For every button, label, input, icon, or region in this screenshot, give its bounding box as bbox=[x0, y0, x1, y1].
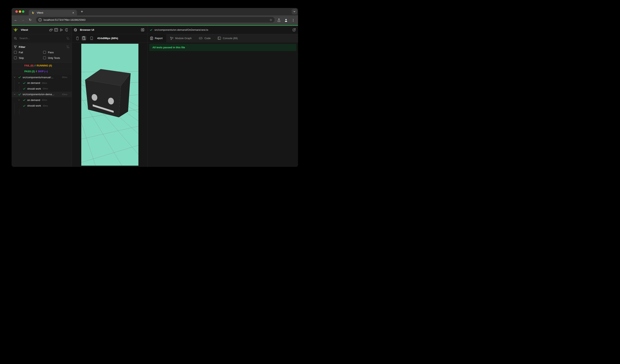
device-phone-small-icon[interactable] bbox=[75, 36, 80, 41]
filter-title: Filter bbox=[19, 45, 25, 48]
tab-code[interactable]: Code bbox=[195, 34, 214, 42]
back-button[interactable]: ← bbox=[13, 18, 18, 22]
checkbox-label: Skip bbox=[19, 57, 24, 59]
tab-module-graph[interactable]: Module Graph bbox=[166, 34, 195, 42]
checkbox-label: Only Tests bbox=[48, 57, 60, 59]
open-external-icon[interactable] bbox=[293, 28, 298, 31]
tab-search-button[interactable] bbox=[292, 9, 297, 14]
close-window-button[interactable] bbox=[16, 10, 18, 13]
suite-name: on demand bbox=[27, 81, 40, 84]
checkbox[interactable] bbox=[43, 51, 46, 54]
skip-count: SKIP (--) bbox=[38, 70, 47, 73]
tree-file-row[interactable]: src/components/manual/… 56ms bbox=[12, 74, 72, 80]
browser-tab-strip: Vitest × + bbox=[12, 8, 298, 15]
chevron-down-icon[interactable] bbox=[13, 76, 16, 78]
preview-title: Browser UI bbox=[80, 28, 94, 31]
results-panel: src/components/on-demand/OnDemand.test.t… bbox=[148, 26, 298, 167]
vitest-ui: Vitest bbox=[12, 26, 298, 167]
duration: 55ms bbox=[43, 87, 48, 90]
dark-mode-moon-icon[interactable] bbox=[65, 28, 68, 32]
tab-label: Report bbox=[155, 37, 163, 40]
experiments-flask-icon[interactable] bbox=[277, 18, 281, 23]
chevron-down-icon[interactable] bbox=[13, 93, 16, 96]
reload-button[interactable]: ↻ bbox=[28, 18, 32, 22]
address-bar[interactable]: localhost:5173/#/?file=1828625563 ☆ bbox=[36, 17, 275, 23]
dock-panel-right-icon[interactable] bbox=[141, 28, 147, 31]
filter-checkbox-skip[interactable]: Skip bbox=[14, 57, 43, 59]
vitest-logo-icon bbox=[14, 28, 17, 32]
zoom-window-button[interactable] bbox=[22, 10, 24, 13]
clear-filters-icon[interactable] bbox=[66, 45, 69, 48]
tab-title: Vitest bbox=[37, 11, 72, 14]
filter-checkbox-fail[interactable]: Fail bbox=[14, 51, 43, 54]
search-row bbox=[12, 34, 72, 43]
duration: 43ms bbox=[42, 99, 47, 101]
filter-checkbox-pass[interactable]: Pass bbox=[43, 51, 54, 54]
checkbox-label: Fail bbox=[19, 51, 23, 54]
test-file-name: src/components/manual/… bbox=[23, 76, 62, 79]
device-phone-add-icon[interactable] bbox=[81, 36, 86, 41]
tab-report[interactable]: Report bbox=[148, 34, 166, 42]
pass-check-icon bbox=[18, 93, 21, 96]
pass-check-icon bbox=[150, 29, 152, 31]
new-tab-button[interactable]: + bbox=[79, 9, 85, 15]
browser-menu-icon[interactable]: ⋮ bbox=[291, 18, 296, 23]
code-icon bbox=[199, 37, 202, 40]
pass-check-icon bbox=[23, 87, 26, 90]
tree-test-row[interactable]: should work 55ms bbox=[12, 86, 72, 92]
checkbox[interactable] bbox=[14, 57, 17, 59]
browser-window: Vitest × + ← → ↻ localhost:5173/#/?f bbox=[12, 8, 298, 167]
filter-section: Filter Fail Pass bbox=[12, 43, 72, 63]
filter-checkbox-only-tests[interactable]: Only Tests bbox=[43, 57, 60, 59]
run-all-icon[interactable] bbox=[60, 28, 63, 32]
dashboard-windows-icon[interactable] bbox=[49, 28, 53, 32]
test-tree: src/components/manual/… 56ms on demand 5… bbox=[12, 74, 72, 167]
report-empty-area bbox=[148, 51, 298, 167]
clear-search-filter-icon[interactable] bbox=[66, 37, 69, 40]
checkbox[interactable] bbox=[14, 51, 17, 54]
tab-console[interactable]: Console (69) bbox=[214, 34, 241, 42]
globe-icon bbox=[74, 28, 77, 31]
results-tab-bar: Report Module Graph bbox=[148, 34, 298, 43]
pass-check-icon bbox=[23, 82, 26, 84]
chevron-down-icon[interactable] bbox=[18, 99, 20, 101]
filter-funnel-icon bbox=[14, 45, 17, 48]
bookmark-star-icon[interactable]: ☆ bbox=[269, 18, 272, 22]
app-name: Vitest bbox=[21, 28, 28, 31]
profile-avatar[interactable] bbox=[284, 18, 288, 23]
app-under-test-canvas[interactable] bbox=[81, 44, 139, 166]
report-clipboard-icon bbox=[150, 37, 153, 40]
robot-cube bbox=[85, 69, 131, 117]
test-name: should work bbox=[27, 104, 41, 107]
chevron-down-icon[interactable] bbox=[18, 82, 20, 84]
pass-count: PASS (2) bbox=[24, 70, 35, 73]
tree-file-row-selected[interactable]: src/components/on-dema… 43ms bbox=[12, 92, 72, 97]
forward-button[interactable]: → bbox=[21, 18, 25, 22]
tree-suite-row[interactable]: on demand 43ms bbox=[12, 97, 72, 103]
browser-tab[interactable]: Vitest × bbox=[29, 10, 77, 15]
tab-label: Module Graph bbox=[175, 37, 192, 40]
url-text: localhost:5173/#/?file=1828625563 bbox=[44, 18, 269, 21]
search-input[interactable] bbox=[19, 37, 64, 40]
suite-name: on demand bbox=[27, 99, 40, 102]
duration: 56ms bbox=[62, 76, 67, 78]
duration: 43ms bbox=[43, 104, 48, 107]
tree-suite-row[interactable]: on demand 56ms bbox=[12, 80, 72, 86]
pass-check-icon bbox=[18, 76, 21, 79]
preview-viewport-area bbox=[72, 43, 147, 167]
chevron-down-icon bbox=[293, 10, 296, 13]
tab-close-icon[interactable]: × bbox=[72, 11, 75, 14]
search-icon bbox=[14, 37, 17, 40]
site-info-icon[interactable] bbox=[38, 18, 42, 22]
coverage-panel-icon[interactable] bbox=[54, 28, 58, 32]
module-graph-icon bbox=[170, 37, 173, 40]
checkbox[interactable] bbox=[43, 57, 46, 59]
minimize-window-button[interactable] bbox=[19, 10, 21, 13]
vitest-favicon bbox=[32, 11, 35, 14]
tree-test-row[interactable]: should work 43ms bbox=[12, 103, 72, 109]
preview-header: Browser UI bbox=[72, 26, 147, 34]
separator: / bbox=[36, 70, 37, 73]
console-icon bbox=[218, 37, 221, 40]
pass-check-icon bbox=[23, 99, 26, 101]
device-tablet-icon[interactable] bbox=[89, 36, 94, 41]
